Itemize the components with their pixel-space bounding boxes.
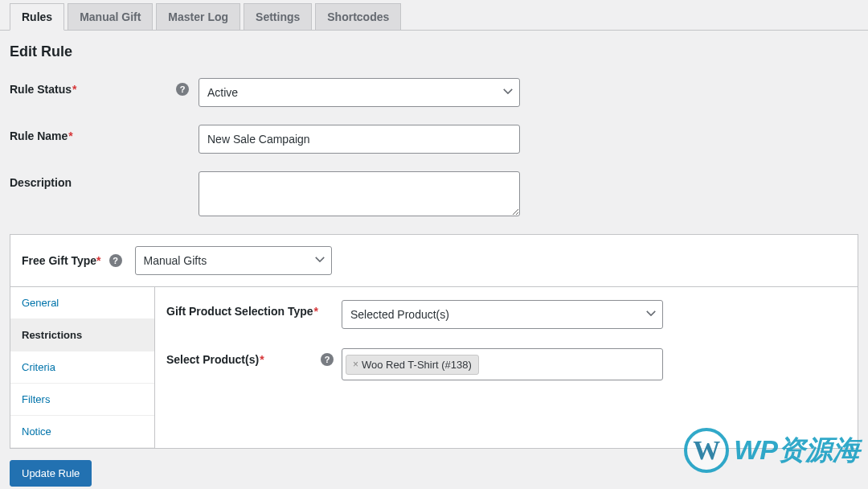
- subtab-notice[interactable]: Notice: [10, 416, 154, 448]
- gift-panel: Free Gift Type* ? Manual Gifts General R…: [10, 234, 858, 449]
- rule-status-label: Rule Status* ?: [10, 78, 199, 96]
- subtab-filters[interactable]: Filters: [10, 384, 154, 416]
- subtab-general[interactable]: General: [10, 287, 154, 319]
- wp-logo-icon: W: [684, 428, 729, 473]
- tab-rules[interactable]: Rules: [10, 3, 64, 31]
- update-rule-button[interactable]: Update Rule: [10, 460, 92, 487]
- panel-subtabs: General Restrictions Criteria Filters No…: [10, 287, 155, 448]
- description-label: Description: [10, 171, 199, 189]
- tab-settings[interactable]: Settings: [244, 3, 312, 30]
- subtab-restrictions[interactable]: Restrictions: [10, 319, 154, 351]
- help-icon[interactable]: ?: [109, 254, 122, 267]
- subtab-criteria[interactable]: Criteria: [10, 351, 154, 384]
- select-products-input[interactable]: × Woo Red T-Shirt (#138): [342, 348, 663, 380]
- free-gift-type-label: Free Gift Type*: [22, 254, 101, 267]
- watermark: W WP资源海: [684, 428, 860, 473]
- rule-status-select[interactable]: Active: [199, 78, 520, 107]
- free-gift-type-select[interactable]: Manual Gifts: [135, 246, 332, 275]
- product-tag: × Woo Red T-Shirt (#138): [346, 355, 479, 375]
- help-icon[interactable]: ?: [176, 83, 189, 96]
- description-textarea[interactable]: [199, 171, 520, 216]
- tab-manual-gift[interactable]: Manual Gift: [68, 3, 153, 30]
- close-icon[interactable]: ×: [353, 359, 358, 370]
- tab-shortcodes[interactable]: Shortcodes: [315, 3, 401, 30]
- page-title: Edit Rule: [10, 43, 858, 60]
- rule-name-label: Rule Name*: [10, 125, 199, 142]
- rule-name-input[interactable]: [199, 125, 520, 154]
- main-tabs: Rules Manual Gift Master Log Settings Sh…: [0, 0, 868, 31]
- select-products-label: Select Product(s)* ?: [166, 348, 342, 366]
- tab-master-log[interactable]: Master Log: [156, 3, 240, 30]
- help-icon[interactable]: ?: [321, 353, 334, 366]
- gift-selection-type-label: Gift Product Selection Type*: [166, 300, 342, 318]
- gift-selection-type-select[interactable]: Selected Product(s): [342, 300, 663, 329]
